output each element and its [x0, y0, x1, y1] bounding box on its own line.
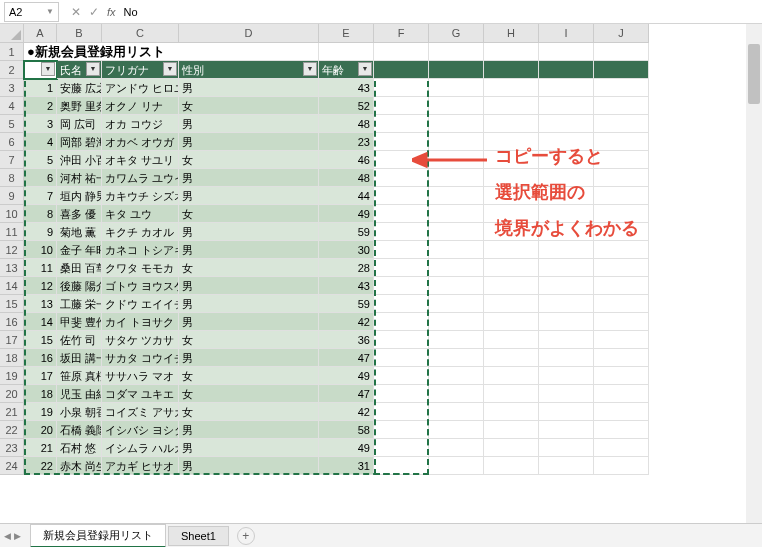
table-header[interactable]: 年齢▼	[319, 61, 374, 79]
cell[interactable]	[484, 457, 539, 475]
cell-kana[interactable]: クドウ エイイチ	[102, 295, 179, 313]
cell-age[interactable]: 30	[319, 241, 374, 259]
cell-sex[interactable]: 女	[179, 259, 319, 277]
cell[interactable]	[539, 349, 594, 367]
cell-kana[interactable]: サカタ コウイチ	[102, 349, 179, 367]
cell-name[interactable]: 石村 悠	[57, 439, 102, 457]
cell-age[interactable]: 31	[319, 457, 374, 475]
filter-button[interactable]: ▼	[358, 62, 372, 76]
cell[interactable]	[484, 439, 539, 457]
cell-no[interactable]: 3	[24, 115, 57, 133]
cell-sex[interactable]: 男	[179, 79, 319, 97]
row-header-23[interactable]: 23	[0, 439, 24, 457]
cell[interactable]	[429, 295, 484, 313]
cell[interactable]	[484, 349, 539, 367]
cell-name[interactable]: 沖田 小百合	[57, 151, 102, 169]
cell-age[interactable]: 52	[319, 97, 374, 115]
cell[interactable]	[594, 421, 649, 439]
row-header-5[interactable]: 5	[0, 115, 24, 133]
row-header-13[interactable]: 13	[0, 259, 24, 277]
cell[interactable]	[429, 277, 484, 295]
cell[interactable]	[484, 115, 539, 133]
cell-age[interactable]: 43	[319, 277, 374, 295]
cell-kana[interactable]: ササハラ マオ	[102, 367, 179, 385]
cell-kana[interactable]: キクチ カオル	[102, 223, 179, 241]
cell[interactable]	[429, 241, 484, 259]
cell[interactable]	[594, 43, 649, 61]
cell[interactable]	[594, 367, 649, 385]
cancel-icon[interactable]: ✕	[71, 5, 81, 19]
cell[interactable]	[429, 313, 484, 331]
row-header-10[interactable]: 10	[0, 205, 24, 223]
col-header-D[interactable]: D	[179, 24, 319, 43]
cell-sex[interactable]: 男	[179, 349, 319, 367]
cell[interactable]	[429, 439, 484, 457]
cell-no[interactable]: 18	[24, 385, 57, 403]
cell-sex[interactable]: 女	[179, 97, 319, 115]
cell-age[interactable]: 28	[319, 259, 374, 277]
cell[interactable]	[539, 79, 594, 97]
cell-age[interactable]: 58	[319, 421, 374, 439]
cell-kana[interactable]: オクノ リナ	[102, 97, 179, 115]
cell-age[interactable]: 48	[319, 115, 374, 133]
cell-kana[interactable]: カイ トヨサク	[102, 313, 179, 331]
filter-button[interactable]: ▼	[303, 62, 317, 76]
cell[interactable]	[429, 367, 484, 385]
table-header[interactable]: フリガナ▼	[102, 61, 179, 79]
cell-name[interactable]: 後藤 陽介	[57, 277, 102, 295]
cell[interactable]	[374, 421, 429, 439]
cell[interactable]	[539, 115, 594, 133]
cell[interactable]	[539, 295, 594, 313]
cell-kana[interactable]: カワムラ ユウイチロウ	[102, 169, 179, 187]
cell[interactable]	[539, 385, 594, 403]
col-header-B[interactable]: B	[57, 24, 102, 43]
cell[interactable]	[484, 385, 539, 403]
cell[interactable]	[429, 205, 484, 223]
row-header-24[interactable]: 24	[0, 457, 24, 475]
cell[interactable]	[319, 43, 374, 61]
cell[interactable]	[594, 61, 649, 79]
table-header[interactable]: 性別▼	[179, 61, 319, 79]
cell-name[interactable]: 小泉 朝香	[57, 403, 102, 421]
cell[interactable]	[484, 295, 539, 313]
cell-age[interactable]: 44	[319, 187, 374, 205]
cell[interactable]	[429, 61, 484, 79]
cell-name[interactable]: 金子 年昭	[57, 241, 102, 259]
cell[interactable]	[484, 259, 539, 277]
cell-no[interactable]: 20	[24, 421, 57, 439]
row-header-17[interactable]: 17	[0, 331, 24, 349]
sheet-tab-active[interactable]: 新規会員登録用リスト	[30, 524, 166, 548]
cell[interactable]	[374, 223, 429, 241]
cell[interactable]	[539, 421, 594, 439]
cell-no[interactable]: 11	[24, 259, 57, 277]
row-header-4[interactable]: 4	[0, 97, 24, 115]
cell[interactable]	[374, 295, 429, 313]
cell[interactable]	[374, 439, 429, 457]
formula-value[interactable]: No	[124, 6, 138, 18]
cell[interactable]	[484, 421, 539, 439]
cell-name[interactable]: 坂田 講一	[57, 349, 102, 367]
cell-sex[interactable]: 男	[179, 169, 319, 187]
cell[interactable]	[429, 385, 484, 403]
cell-sex[interactable]: 女	[179, 367, 319, 385]
cell[interactable]	[594, 457, 649, 475]
cell[interactable]	[429, 133, 484, 151]
cell[interactable]	[594, 79, 649, 97]
cell[interactable]	[374, 349, 429, 367]
cell[interactable]	[539, 403, 594, 421]
cell-kana[interactable]: コイズミ アサカ	[102, 403, 179, 421]
cell[interactable]	[539, 331, 594, 349]
cell-name[interactable]: 喜多 優	[57, 205, 102, 223]
cell[interactable]	[594, 259, 649, 277]
cell-name[interactable]: 工藤 栄一	[57, 295, 102, 313]
select-all-corner[interactable]	[0, 24, 24, 43]
title-cell[interactable]: ●新規会員登録用リスト	[24, 43, 319, 61]
cell-name[interactable]: 赤木 尚生	[57, 457, 102, 475]
cell-no[interactable]: 17	[24, 367, 57, 385]
cell[interactable]	[374, 457, 429, 475]
cell[interactable]	[374, 331, 429, 349]
add-sheet-button[interactable]: +	[237, 527, 255, 545]
cell[interactable]	[594, 403, 649, 421]
cell-age[interactable]: 43	[319, 79, 374, 97]
cell[interactable]	[484, 43, 539, 61]
